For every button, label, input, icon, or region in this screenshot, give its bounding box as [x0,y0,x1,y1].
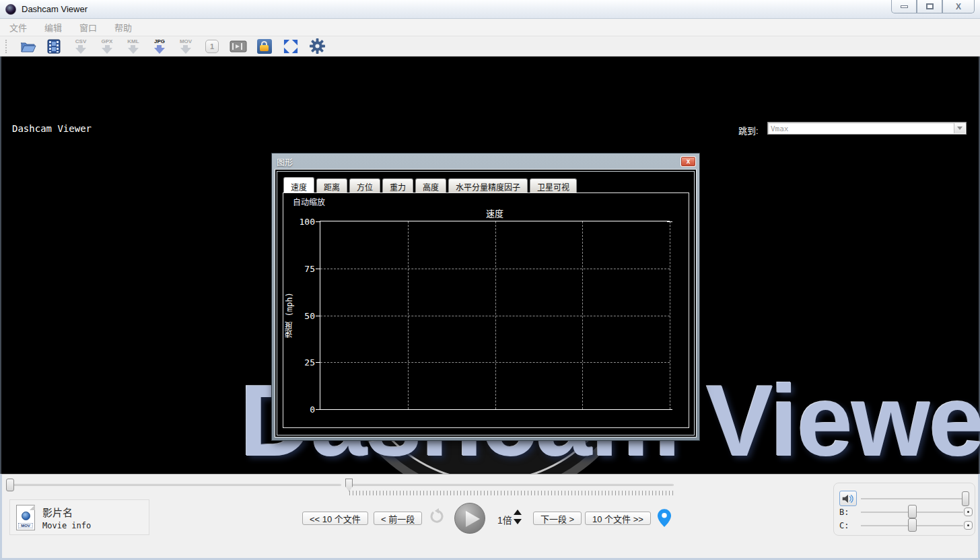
segment-slider-ticks [349,491,674,495]
mov-download-icon: MOV [180,39,192,54]
tab-altitude[interactable]: 高度 [415,178,446,193]
tab-bearing[interactable]: 方位 [349,178,380,193]
tab-speed[interactable]: 速度 [283,177,314,193]
speed-down-button[interactable] [514,519,522,524]
chart-panel: 自动缩放 速度 速度 (mph) 100 75 50 [283,193,689,428]
maximize-button[interactable] [917,0,942,13]
single-file-button[interactable]: 1 [203,38,221,55]
tab-satellites[interactable]: 卫星可视 [530,178,577,193]
jump-to-dropdown[interactable]: Vmax [767,122,967,135]
map-pin-icon [658,509,671,527]
chevron-down-icon [957,127,963,130]
movie-name: 影片名 [42,505,73,519]
tab-gravity[interactable]: 重力 [382,178,413,193]
menubar: 文件 编辑 窗口 帮助 [0,19,980,36]
play-icon [466,511,480,527]
volume-slider-track[interactable] [861,498,963,499]
open-folder-button[interactable] [20,38,37,55]
close-button[interactable]: X [942,0,975,13]
tab-hdop[interactable]: 水平分量精度因子 [448,178,528,193]
minimize-icon [901,5,908,8]
lock-icon [257,39,272,54]
dialog-title: 图形 [277,156,293,168]
globe-icon [22,512,30,520]
y-tick-label-0: 0 [289,405,315,415]
y-tick-right [667,221,672,222]
app-icon [5,4,16,15]
fwd-10-files-button[interactable]: 10 个文件 >> [585,512,651,525]
toolbar-grip[interactable] [5,40,8,53]
movie-info-text: Movie info [42,521,91,530]
csv-export-button[interactable]: CSV [72,38,90,55]
back-10-files-button[interactable]: << 10 个文件 [302,512,368,525]
menu-item-edit[interactable]: 编辑 [44,21,62,34]
gridline-v-3 [582,221,583,409]
fullscreen-button[interactable] [282,38,300,55]
gridline-v-2 [495,221,496,409]
y-tick-label-50: 50 [289,310,315,320]
menu-item-help[interactable]: 帮助 [114,21,132,34]
y-tick [316,221,320,222]
plot-area: 100 75 50 25 0 [320,221,670,410]
gpx-download-icon: GPX [102,39,113,54]
segment-slider-handle[interactable] [345,479,353,491]
b-slider-handle[interactable] [908,505,917,518]
menu-item-file[interactable]: 文件 [9,21,27,34]
map-pin-button[interactable] [658,509,671,530]
file-slider-track[interactable] [7,484,341,486]
c-slider-handle[interactable] [908,518,917,532]
graph-tabstrip: 速度 距离 方位 重力 高度 水平分量精度因子 卫星可视 [283,178,577,193]
settings-gear-icon [310,38,325,54]
tab-distance[interactable]: 距离 [316,178,347,193]
single-file-icon: 1 [205,40,219,53]
volume-slider-handle[interactable] [962,491,969,506]
film-strip-icon [46,39,63,54]
file-slider-handle[interactable] [6,479,14,491]
y-tick-right [667,409,672,410]
y-tick [316,269,320,269]
minimize-button[interactable] [891,0,917,13]
segment-slider-track[interactable] [348,484,674,486]
y-tick-label-100: 100 [289,217,315,227]
page-fold-icon [30,505,35,510]
kml-download-icon: KML [127,39,139,54]
dot-icon [967,511,969,513]
y-tick-label-75: 75 [289,263,315,273]
dialog-close-button[interactable]: x [680,156,696,167]
toolbar: CSV GPX KML JPG MOV 1 [0,36,980,57]
b-reset-button[interactable] [964,508,973,516]
settings-button[interactable] [308,38,326,55]
speed-up-button[interactable] [514,510,522,515]
menu-item-window[interactable]: 窗口 [79,21,97,34]
volume-button[interactable] [839,491,857,506]
window-frame-left [0,57,1,474]
autoscale-toggle[interactable]: 自动缩放 [293,196,325,207]
maximize-icon [926,3,934,9]
mov-export-button[interactable]: MOV [177,38,195,55]
kml-export-button[interactable]: KML [125,38,142,55]
gpx-export-button[interactable]: GPX [98,38,116,55]
c-reset-button[interactable] [964,521,973,530]
window-titlebar[interactable]: Dashcam Viewer X [0,0,980,19]
close-icon: X [956,2,961,11]
jump-to-dropdown-button[interactable] [954,123,965,133]
playback-speed-value: 1倍 [497,513,512,526]
y-tick [316,362,320,363]
movie-files-button[interactable] [46,38,63,55]
csv-download-icon: CSV [75,39,86,54]
next-segment-button[interactable]: 下一段 > [533,512,582,525]
prev-segment-button[interactable]: < 前一段 [374,512,422,525]
dialog-body: 速度 距离 方位 重力 高度 水平分量精度因子 卫星可视 自动缩放 速度 速度 … [275,169,697,438]
jpg-export-button[interactable]: JPG [151,38,168,55]
y-tick-label-25: 25 [289,357,315,368]
dialog-titlebar[interactable]: 图形 x [272,153,699,169]
control-panel: MOV 影片名 Movie info << 10 个文件 < 前一段 1倍 下一… [0,474,980,560]
graph-dialog: 图形 x 速度 距离 方位 重力 高度 水平分量精度因子 卫星可视 自动缩放 速… [271,153,700,441]
gridline-v-1 [408,221,409,409]
gridline-v-4 [670,221,670,409]
jpg-download-icon: JPG [154,39,165,54]
loop-button[interactable] [429,508,445,527]
lock-button[interactable] [256,38,273,55]
play-button[interactable] [454,503,485,534]
trim-export-button[interactable] [230,38,247,55]
